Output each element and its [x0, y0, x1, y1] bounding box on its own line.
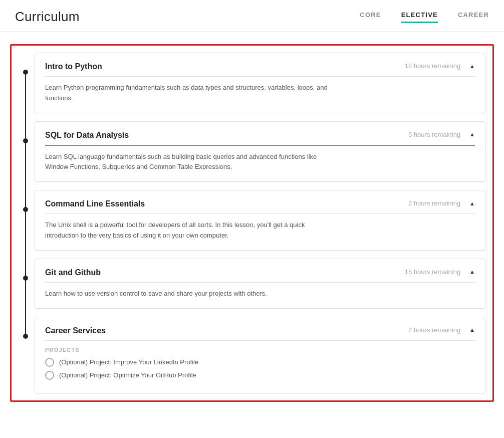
- course-divider: [45, 282, 475, 283]
- expand-icon[interactable]: ▲: [469, 131, 475, 137]
- course-title: Git and Github: [45, 268, 405, 277]
- expand-icon[interactable]: ▲: [469, 200, 475, 206]
- timeline-dot-3: [23, 276, 28, 281]
- expand-icon[interactable]: ▲: [469, 269, 475, 275]
- course-header: Intro to Python18 hours remaining▲: [45, 62, 475, 71]
- project-radio[interactable]: [45, 358, 54, 367]
- timeline-line-0: [25, 75, 26, 138]
- expand-icon[interactable]: ▲: [469, 63, 475, 69]
- course-header: SQL for Data Analysis5 hours remaining▲: [45, 131, 475, 140]
- hours-remaining: 2 hours remaining: [408, 199, 460, 207]
- timeline-line-2: [25, 212, 26, 276]
- tab-career[interactable]: CAREER: [458, 11, 489, 23]
- expand-icon[interactable]: ▲: [469, 327, 475, 333]
- page-title: Curriculum: [15, 9, 80, 25]
- hours-remaining: 2 hours remaining: [408, 326, 460, 334]
- projects-label: PROJECTS: [45, 347, 475, 353]
- course-meta: 15 hours remaining▲: [405, 268, 475, 276]
- timeline-wrapper: Intro to Python18 hours remaining▲Learn …: [12, 53, 492, 393]
- course-list: Intro to Python18 hours remaining▲Learn …: [35, 53, 492, 393]
- course-divider: [45, 145, 475, 146]
- course-title: Intro to Python: [45, 62, 405, 71]
- main-content: Intro to Python18 hours remaining▲Learn …: [0, 32, 504, 414]
- course-description: Learn SQL language fundamentals such as …: [45, 152, 336, 173]
- timeline-column: [17, 53, 35, 393]
- course-card-git-github: Git and Github15 hours remaining▲Learn h…: [35, 259, 485, 309]
- course-card-command-line: Command Line Essentials2 hours remaining…: [35, 190, 485, 251]
- course-divider: [45, 76, 475, 77]
- course-meta: 2 hours remaining▲: [408, 326, 475, 334]
- course-divider: [45, 213, 475, 214]
- hours-remaining: 5 hours remaining: [408, 131, 460, 138]
- tab-core[interactable]: CORE: [360, 11, 381, 23]
- course-card-career-services: Career Services2 hours remaining▲PROJECT…: [35, 317, 485, 393]
- course-header: Git and Github15 hours remaining▲: [45, 268, 475, 277]
- timeline-dot-4: [23, 334, 28, 339]
- course-header: Career Services2 hours remaining▲: [45, 326, 475, 335]
- course-description: Learn Python programming fundamentals su…: [45, 83, 336, 104]
- course-meta: 5 hours remaining▲: [408, 131, 475, 138]
- timeline-dot-0: [23, 70, 28, 75]
- course-title: Command Line Essentials: [45, 199, 408, 208]
- course-title: SQL for Data Analysis: [45, 131, 408, 140]
- curriculum-container: Intro to Python18 hours remaining▲Learn …: [10, 44, 494, 402]
- course-divider: [45, 340, 475, 341]
- timeline-dot-1: [23, 138, 28, 143]
- course-card-intro-python: Intro to Python18 hours remaining▲Learn …: [35, 53, 485, 113]
- course-description: The Unix shell is a powerful tool for de…: [45, 220, 336, 241]
- course-description: Learn how to use version control to save…: [45, 289, 336, 299]
- course-meta: 18 hours remaining▲: [405, 62, 475, 70]
- project-item: (Optional) Project: Improve Your LinkedI…: [45, 358, 475, 367]
- project-radio[interactable]: [45, 371, 54, 380]
- timeline-line-1: [25, 143, 26, 207]
- course-header: Command Line Essentials2 hours remaining…: [45, 199, 475, 208]
- course-card-sql-data-analysis: SQL for Data Analysis5 hours remaining▲L…: [35, 121, 485, 182]
- project-text: (Optional) Project: Improve Your LinkedI…: [59, 358, 198, 366]
- hours-remaining: 18 hours remaining: [405, 62, 460, 70]
- header: Curriculum CORE ELECTIVE CAREER: [0, 0, 504, 32]
- course-meta: 2 hours remaining▲: [408, 199, 475, 207]
- project-text: (Optional) Project: Optimize Your GitHub…: [59, 371, 196, 379]
- course-title: Career Services: [45, 326, 408, 335]
- tab-bar: CORE ELECTIVE CAREER: [360, 11, 489, 23]
- tab-elective[interactable]: ELECTIVE: [401, 11, 438, 23]
- timeline-line-3: [25, 281, 26, 334]
- hours-remaining: 15 hours remaining: [405, 268, 460, 276]
- timeline-dot-2: [23, 207, 28, 212]
- project-item: (Optional) Project: Optimize Your GitHub…: [45, 371, 475, 380]
